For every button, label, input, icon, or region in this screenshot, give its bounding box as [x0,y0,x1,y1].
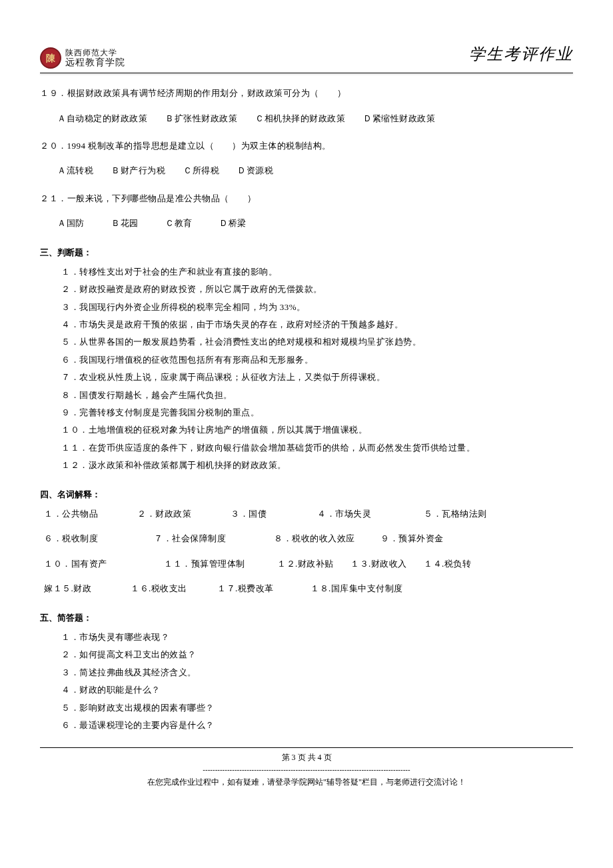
term-item: ３．国债 [231,506,317,521]
judgment-item: １．转移性支出对于社会的生产和就业有直接的影响。 [40,264,573,279]
header-divider [40,73,573,73]
section-3-list: １．转移性支出对于社会的生产和就业有直接的影响。２．财政投融资是政府的财政投资，… [40,264,573,473]
term-item: ７．社会保障制度 [154,531,274,546]
terms-row: １０．国有资产１１．预算管理体制１２.财政补贴１３.财政收入１４.税负转 [40,556,573,571]
question-21-options: Ａ国防 Ｂ花园 Ｃ教育 Ｄ桥梁 [40,215,573,231]
short-answer-item: ６．最适课税理论的主要内容是什么？ [40,717,573,733]
page-number: 第 3 页 共 4 页 [40,751,573,765]
term-item: ４．市场失灵 [317,506,424,521]
short-answer-item: ５．影响财政支出规模的因素有哪些？ [40,700,573,715]
university-seal-icon: 陳 [40,47,61,69]
short-answer-item: ３．简述拉弗曲线及其经济含义。 [40,665,573,680]
judgment-item: ８．国债发行期越长，越会产生隔代负担。 [40,387,573,403]
question-20: ２０．1994 税制改革的指导思想是建立以（ ）为双主体的税制结构。 [40,138,573,153]
judgment-item: １０．土地增值税的征税对象为转让房地产的增值额，所以其属于增值课税。 [40,422,573,437]
short-answer-item: ２．如何提高文科卫支出的效益？ [40,647,573,662]
footer-divider [40,747,573,748]
question-20-options: Ａ流转税 Ｂ财产行为税 Ｃ所得税 Ｄ资源税 [40,163,573,178]
term-item: ６．税收制度 [44,531,154,546]
judgment-item: ９．完善转移支付制度是完善我国分税制的重点。 [40,405,573,420]
judgment-item: ７．农业税从性质上说，应隶属于商品课税；从征收方法上，又类似于所得课税。 [40,369,573,385]
section-4-terms: １．公共物品２．财政政策３．国债４．市场失灵５．瓦格纳法则６．税收制度７．社会保… [40,506,573,597]
page-title: 学生考评作业 [469,40,573,69]
question-19-options: Ａ自动稳定的财政政策 Ｂ扩张性财政政策 Ｃ相机抉择的财政政策 Ｄ紧缩性财政政策 [40,111,573,126]
judgment-item: ６．我国现行增值税的征收范围包括所有有形商品和无形服务。 [40,352,573,367]
term-item: １０．国有资产 [44,556,164,571]
short-answer-item: １．市场失灵有哪些表现？ [40,629,573,645]
logo-text: 陕西师范大学 远程教育学院 [65,49,125,68]
question-19: １９．根据财政政策具有调节经济周期的作用划分，财政政策可分为（ ） [40,85,573,101]
judgment-item: １１．在货币供应适度的条件下，财政向银行借款会增加基础货币的供给，从而必然发生货… [40,440,573,455]
term-item: ８．税收的收入效应 [274,531,380,546]
logo-block: 陳 陕西师范大学 远程教育学院 [40,47,125,69]
judgment-item: ３．我国现行内外资企业所得税的税率完全相同，均为 33%。 [40,299,573,315]
page-header: 陳 陕西师范大学 远程教育学院 学生考评作业 [40,40,573,69]
terms-row: １．公共物品２．财政政策３．国债４．市场失灵５．瓦格纳法则 [40,506,573,521]
section-3-title: 三、判断题： [40,245,573,260]
term-item: １６.税收支出 [131,581,217,596]
department-name: 远程教育学院 [65,57,125,67]
term-item: １．公共物品 [44,506,137,521]
judgment-item: １２．汲水政策和补偿政策都属于相机抉择的财政政策。 [40,457,573,473]
terms-row: ６．税收制度７．社会保障制度８．税收的收入效应９．预算外资金 [40,531,573,546]
terms-row: 嫁１５.财政１６.税收支出１７.税费改革１８.国库集中支付制度 [40,581,573,596]
section-5-title: 五、简答题： [40,610,573,625]
term-item: １１．预算管理体制 [164,556,277,571]
term-item: １８.国库集中支付制度 [310,581,403,596]
short-answer-item: ４．财政的职能是什么？ [40,682,573,697]
term-item: １３.财政收入 [350,556,424,571]
term-item: ２．财政政策 [137,506,231,521]
footer-dashed-line: ----------------------------------------… [40,765,573,774]
question-21: ２１．一般来说，下列哪些物品是准公共物品（ ） [40,191,573,206]
term-item: １４.税负转 [424,556,471,571]
term-item: １７.税费改革 [217,581,310,596]
term-item: 嫁１５.财政 [44,581,131,596]
judgment-item: ４．市场失灵是政府干预的依据，由于市场失灵的存在，政府对经济的干预越多越好。 [40,317,573,332]
judgment-item: ５．从世界各国的一般发展趋势看，社会消费性支出的绝对规模和相对规模均呈扩张趋势。 [40,334,573,349]
section-4-title: 四、名词解释： [40,487,573,502]
judgment-item: ２．财政投融资是政府的财政投资，所以它属于政府的无偿拨款。 [40,281,573,297]
term-item: ９．预算外资金 [380,531,444,546]
footer-note: 在您完成作业过程中，如有疑难，请登录学院网站"辅导答疑"栏目，与老师进行交流讨论… [40,775,573,790]
term-item: ５．瓦格纳法则 [424,506,487,521]
term-item: １２.财政补贴 [277,556,350,571]
section-5-list: １．市场失灵有哪些表现？２．如何提高文科卫支出的效益？３．简述拉弗曲线及其经济含… [40,629,573,733]
